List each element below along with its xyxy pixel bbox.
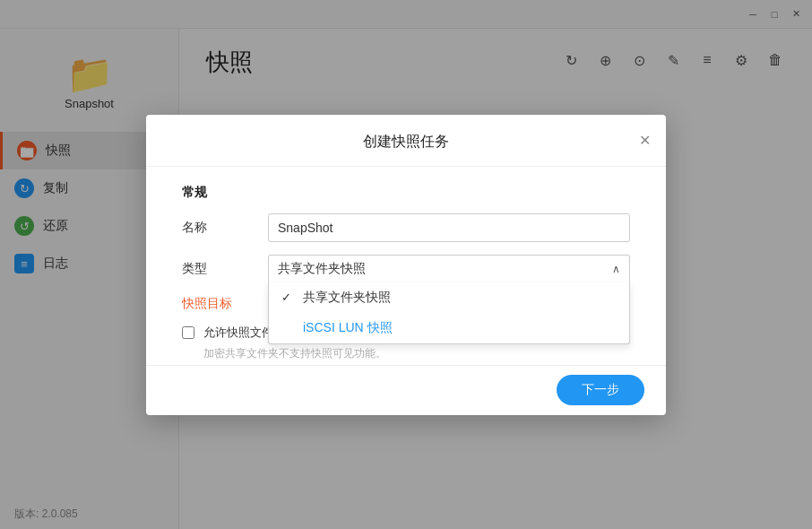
name-control <box>268 213 630 242</box>
name-input[interactable] <box>268 213 630 242</box>
type-label: 类型 <box>182 261 254 277</box>
chevron-up-icon: ∧ <box>612 263 620 275</box>
dropdown-item-shared-folder[interactable]: ✓ 共享文件夹快照 <box>269 282 629 313</box>
next-button[interactable]: 下一步 <box>557 375 644 405</box>
target-label: 快照目标 <box>182 296 254 312</box>
section-general-title: 常规 <box>182 185 630 201</box>
type-dropdown-trigger[interactable]: 共享文件夹快照 ∧ <box>268 255 630 283</box>
hint-text: 加密共享文件夹不支持快照可见功能。 <box>203 346 630 361</box>
name-row: 名称 <box>182 213 630 242</box>
visible-checkbox[interactable] <box>182 326 194 339</box>
modal-overlay: 创建快照任务 ✕ 常规 名称 类型 <box>0 0 812 529</box>
create-snapshot-dialog: 创建快照任务 ✕ 常规 名称 类型 <box>146 115 666 415</box>
dialog-body: 常规 名称 类型 共享文件夹快照 ∧ <box>146 167 666 361</box>
dialog-header: 创建快照任务 ✕ <box>146 115 666 167</box>
dialog-title: 创建快照任务 <box>363 134 449 149</box>
dialog-footer: 下一步 <box>146 365 666 415</box>
dialog-close-button[interactable]: ✕ <box>634 129 655 151</box>
dropdown-item-iscsi[interactable]: iSCSI LUN 快照 <box>269 313 629 343</box>
type-row: 类型 共享文件夹快照 ∧ ✓ 共享文件夹快照 <box>182 255 630 283</box>
name-label: 名称 <box>182 220 254 236</box>
dropdown-item-label-iscsi: iSCSI LUN 快照 <box>303 320 393 336</box>
dropdown-item-label-shared: 共享文件夹快照 <box>303 290 391 306</box>
type-dropdown-wrapper: 共享文件夹快照 ∧ ✓ 共享文件夹快照 iSCSI LUN <box>268 255 630 283</box>
type-dropdown-value: 共享文件夹快照 <box>278 261 366 277</box>
check-icon: ✓ <box>281 291 296 304</box>
app-window: ─ □ ✕ 📁 Snapshot 快照 ↻ 复制 ↺ 还原 <box>0 0 812 529</box>
type-control: 共享文件夹快照 ∧ ✓ 共享文件夹快照 iSCSI LUN <box>268 255 630 283</box>
type-dropdown-menu: ✓ 共享文件夹快照 iSCSI LUN 快照 <box>268 282 630 344</box>
